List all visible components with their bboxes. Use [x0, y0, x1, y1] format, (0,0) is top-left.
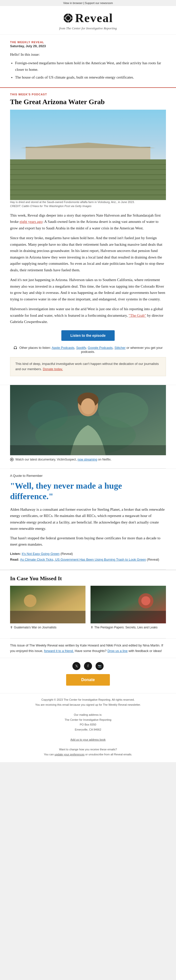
logo: Reveal — [10, 11, 166, 25]
stitcher-link[interactable]: Stitcher — [114, 346, 125, 350]
update-preferences-link[interactable]: update your preferences — [54, 753, 85, 756]
image-credit: CREDIT: Caitlin O'Hara for The Washingto… — [10, 205, 91, 208]
add-address-link[interactable]: Add us to your address book — [70, 738, 106, 741]
svg-marker-22 — [11, 459, 13, 460]
other-places: Other places to listen: Apple Podcasts, … — [10, 346, 166, 354]
donate-button[interactable]: Donate — [66, 674, 110, 686]
support-link[interactable]: Support our newsroom — [85, 2, 113, 5]
podcast-section: THIS WEEK'S PODCAST The Great Arizona Wa… — [0, 88, 176, 385]
in-case-caption-1: 🎙 Guatemala's War on Journalists — [10, 625, 85, 630]
spotify-link[interactable]: Spotify — [76, 346, 86, 350]
twitter-icon: 𝕏 — [75, 664, 78, 668]
play-icon — [10, 458, 14, 461]
apple-podcasts-link[interactable]: Apple Podcasts — [51, 346, 74, 350]
documentary-section: Watch our latest documentary, VictimSusp… — [0, 385, 176, 468]
svg-rect-20 — [10, 445, 166, 455]
issue-change-text: Want to change how you receive these ema… — [10, 747, 166, 752]
weekly-reveal-label: THE WEEKLY REVEAL — [10, 41, 166, 44]
quote-body-p1: Alden Hathaway is a consultant and forme… — [10, 506, 166, 532]
facebook-icon: f — [88, 664, 89, 668]
podcast-headphones-icon — [13, 346, 18, 350]
receiving-text: You are receiving this email because you… — [10, 702, 166, 708]
svg-rect-25 — [10, 611, 85, 624]
header-section: Reveal from The Center for Investigative… — [0, 6, 176, 35]
not-easy-going-green-link[interactable]: It's Not Easy Going Green — [22, 552, 59, 556]
now-streaming-link[interactable]: now streaming — [78, 458, 97, 461]
in-case-grid: 🎙 Guatemala's War on Journalists — [10, 586, 166, 630]
reveal-logo-icon — [63, 13, 73, 23]
documentary-caption: Watch our latest documentary, VictimSusp… — [10, 457, 166, 462]
image-caption: Hay is dried and stored at the Saudi-own… — [10, 200, 166, 208]
svg-point-24 — [24, 595, 37, 607]
farm-rows-svg — [10, 159, 166, 200]
google-podcasts-link[interactable]: Google Podcasts — [88, 346, 113, 350]
guatemala-image-svg — [10, 586, 85, 624]
dedication-box: This kind of deep, impactful investigati… — [10, 357, 166, 376]
in-case-caption-2: 🎙 The Pentagon Papers: Secrets, Lies and… — [91, 625, 166, 630]
listen-read-links: Listen: It's Not Easy Going Green (Revea… — [10, 551, 166, 563]
eight-years-link[interactable]: eight years ago — [19, 220, 43, 224]
tagline: from The Center for Investigative Report… — [10, 26, 166, 30]
in-case-image-2 — [91, 586, 166, 624]
listen-episode-button[interactable]: Listen to the episode — [61, 330, 115, 341]
weekly-reveal-date: Saturday, July 29, 2023 — [10, 44, 166, 48]
grab-link[interactable]: "The Grab" — [129, 313, 146, 317]
instagram-icon: 📷 — [98, 664, 102, 668]
svg-rect-29 — [91, 611, 166, 624]
bottom-footer: Copyright © 2023 The Center for Investig… — [0, 693, 176, 762]
facebook-icon-link[interactable]: f — [84, 662, 92, 670]
podcast-body-p4: Halverson's investigation into water use… — [10, 306, 166, 325]
bullet-item-1: Foreign-owned megafarms have taken hold … — [15, 60, 166, 73]
in-case-image-1 — [10, 586, 85, 624]
quote-body-p2: That hasn't stopped the federal governme… — [10, 535, 166, 548]
svg-point-19 — [81, 398, 95, 414]
in-case-item-1: 🎙 Guatemala's War on Journalists — [10, 586, 85, 630]
podcast-body-p3: And it's not just happening in Arizona. … — [10, 277, 166, 302]
unsubscribe-row: You can update your preferences or unsub… — [10, 752, 166, 757]
weekly-reveal-section: THE WEEKLY REVEAL Saturday, July 29, 202… — [0, 35, 176, 88]
svg-rect-11 — [14, 348, 14, 349]
podcast-body-p1: This week, Reveal digs deeper into a sto… — [10, 212, 166, 232]
podcast-image-container: Hay is dried and stored at the Saudi-own… — [10, 110, 166, 208]
documentary-image — [10, 385, 166, 455]
listen-btn-container: Listen to the episode — [10, 330, 166, 341]
donate-btn-container: Donate — [10, 674, 166, 686]
podcast-title: The Great Arizona Water Grab — [10, 97, 166, 106]
social-section: 𝕏 f 📷 Donate — [0, 658, 176, 693]
copyright-text: Copyright © 2023 The Center for Investig… — [10, 697, 166, 702]
in-case-title: In Case You Missed It — [10, 575, 166, 582]
mailing-label: Our mailing address is: — [10, 713, 166, 718]
read-link-row: Read: As Climate Clock Ticks, US Governm… — [10, 557, 166, 562]
bullet-list: Foreign-owned megafarms have taken hold … — [15, 60, 166, 81]
forward-link[interactable]: forward it to a friend. — [44, 649, 74, 653]
top-bar: View in browser | Support our newsroom — [0, 0, 176, 6]
twitter-icon-link[interactable]: 𝕏 — [72, 662, 80, 670]
quote-section-title: A Quote to Remember — [10, 474, 166, 477]
pentagon-image-svg — [91, 586, 166, 624]
documentary-image-svg — [10, 385, 166, 455]
view-in-browser-link[interactable]: View in browser — [63, 2, 82, 5]
email-wrapper: View in browser | Support our newsroom R… — [0, 0, 176, 762]
address-text: The Center for Investigative Reporting P… — [10, 718, 166, 732]
newsletter-footer-text: This issue of The Weekly Reveal was writ… — [0, 638, 176, 658]
quote-section: A Quote to Remember "Well, they never ma… — [0, 469, 176, 570]
in-case-item-2: 🎙 The Pentagon Papers: Secrets, Lies and… — [91, 586, 166, 630]
podcast-section-label: THIS WEEK'S PODCAST — [10, 93, 166, 96]
svg-rect-12 — [16, 348, 17, 349]
drop-line-link[interactable]: Drop us a line — [107, 649, 128, 653]
social-icons: 𝕏 f 📷 — [10, 662, 166, 670]
big-quote-text: "Well, they never made a huge difference… — [10, 480, 166, 502]
podcast-image — [10, 110, 166, 200]
svg-point-28 — [141, 596, 150, 605]
listen-link-row: Listen: It's Not Easy Going Green (Revea… — [10, 551, 166, 557]
in-case-section: In Case You Missed It — [0, 570, 176, 638]
bullet-item-2: The house of cards of US climate goals, … — [15, 74, 166, 81]
podcast-body-p2: Since that story broke, megafarms have t… — [10, 235, 166, 273]
climate-clock-link[interactable]: As Climate Clock Ticks, US Government Ha… — [20, 558, 146, 562]
hello-text: Hello! In this issue: — [10, 51, 166, 57]
donate-today-link[interactable]: Donate today. — [43, 367, 63, 371]
instagram-icon-link[interactable]: 📷 — [96, 662, 104, 670]
